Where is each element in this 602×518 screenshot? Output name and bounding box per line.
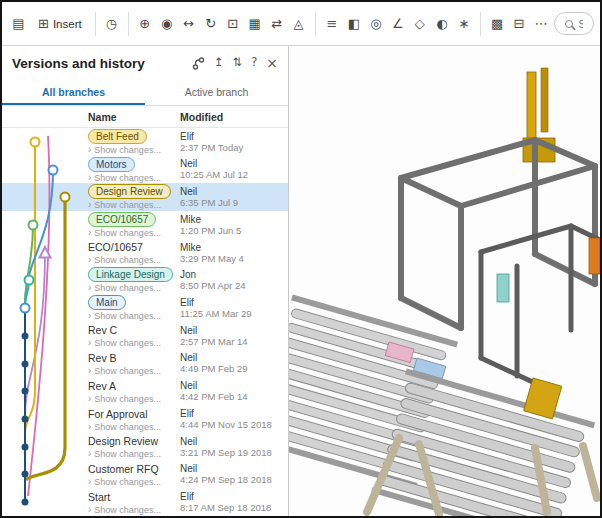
- version-name[interactable]: Design Review: [88, 434, 158, 448]
- search-icon: [565, 20, 573, 28]
- version-name[interactable]: Rev A: [88, 379, 116, 393]
- version-name[interactable]: Main: [88, 295, 126, 310]
- version-row[interactable]: Rev A › Show changes... Neil 4:42 PM Feb…: [2, 377, 288, 405]
- show-changes-link[interactable]: › Show changes...: [88, 283, 180, 293]
- help-icon[interactable]: ?: [251, 57, 257, 69]
- modified-time: 2:57 PM Mar 14: [180, 337, 288, 347]
- version-row[interactable]: Linkage Design › Show changes... Jon 8:5…: [2, 267, 288, 295]
- show-changes-link[interactable]: › Show changes...: [88, 228, 180, 238]
- snap-mode-icon[interactable]: ⊡: [222, 12, 243, 36]
- named-views-icon[interactable]: ◇: [409, 12, 430, 36]
- history-icon[interactable]: ◷: [101, 12, 122, 36]
- version-name[interactable]: For Approval: [88, 407, 148, 421]
- modified-time: 4:42 PM Feb 14: [180, 392, 288, 402]
- 3d-viewport[interactable]: [289, 46, 600, 516]
- show-changes-label: Show changes...: [94, 173, 161, 183]
- search-tools-input[interactable]: [579, 18, 583, 30]
- modified-cell: Neil 4:42 PM Feb 14: [180, 380, 288, 402]
- main-toolbar: ▤ ⊞ Insert ◷ ⊕◉↔↻⊡▦⇄◬ ≡◧◎∠◇◐∗ ▩⊟⋯: [2, 2, 600, 46]
- replicate-icon[interactable]: ⇄: [266, 12, 287, 36]
- version-name[interactable]: Motors: [88, 157, 135, 172]
- modified-time: 4:49 PM Feb 29: [180, 364, 288, 374]
- modified-author: Neil: [180, 436, 288, 447]
- show-changes-link[interactable]: › Show changes...: [88, 449, 180, 459]
- show-changes-link[interactable]: › Show changes...: [88, 200, 180, 210]
- modified-time: 2:37 PM Today: [180, 143, 288, 153]
- modified-time: 4:44 PM Nov 15 2018: [180, 420, 288, 430]
- more-tools-icon[interactable]: ⋯: [531, 12, 552, 36]
- show-changes-link[interactable]: › Show changes...: [88, 145, 180, 155]
- modified-author: Jon: [180, 269, 288, 280]
- version-name-cell: Belt Feed › Show changes...: [88, 129, 180, 155]
- mate-connector-icon[interactable]: ◉: [156, 12, 177, 36]
- version-name[interactable]: ECO/10657: [88, 212, 156, 227]
- show-changes-label: Show changes...: [94, 449, 161, 459]
- version-row[interactable]: Design Review › Show changes... Neil 6:3…: [2, 183, 288, 211]
- tab-active-branch[interactable]: Active branch: [145, 80, 288, 105]
- measure-icon[interactable]: ∠: [387, 12, 408, 36]
- version-row[interactable]: Belt Feed › Show changes... Elif 2:37 PM…: [2, 128, 288, 156]
- version-name[interactable]: ECO/10657: [88, 240, 143, 254]
- version-name-cell: ECO/10657 › Show changes...: [88, 240, 180, 265]
- panel-tabs: All branches Active branch: [2, 80, 288, 106]
- version-row[interactable]: Design Review › Show changes... Neil 3:2…: [2, 433, 288, 461]
- modified-cell: Neil 3:21 PM Sep 19 2018: [180, 436, 288, 458]
- compare-icon[interactable]: ⇅: [233, 57, 243, 69]
- show-changes-link[interactable]: › Show changes...: [88, 505, 180, 515]
- show-changes-link[interactable]: › Show changes...: [88, 338, 180, 348]
- show-changes-link[interactable]: › Show changes...: [88, 477, 180, 487]
- show-changes-link[interactable]: › Show changes...: [88, 366, 180, 376]
- insert-button[interactable]: ⊞ Insert: [31, 14, 89, 33]
- modified-cell: Elif 2:37 PM Today: [180, 131, 288, 153]
- version-row[interactable]: Main › Show changes... Elif 11:25 AM Mar…: [2, 294, 288, 322]
- version-row[interactable]: Start › Show changes... Elif 8:17 AM Sep…: [2, 488, 288, 516]
- show-changes-link[interactable]: › Show changes...: [88, 173, 180, 183]
- bom-icon[interactable]: ≡: [321, 12, 342, 36]
- chevron-right-icon: ›: [88, 145, 91, 155]
- show-changes-link[interactable]: › Show changes...: [88, 422, 180, 432]
- appearance-icon[interactable]: ◎: [365, 12, 386, 36]
- mate-icon[interactable]: ⊕: [134, 12, 155, 36]
- version-name-cell: Motors › Show changes...: [88, 157, 180, 183]
- version-row[interactable]: ECO/10657 › Show changes... Mike 1:20 PM…: [2, 211, 288, 239]
- tab-all-branches[interactable]: All branches: [2, 80, 145, 105]
- version-row[interactable]: Rev C › Show changes... Neil 2:57 PM Mar…: [2, 322, 288, 350]
- version-name[interactable]: Customer RFQ: [88, 462, 159, 476]
- pattern-icon[interactable]: ▦: [244, 12, 265, 36]
- version-row[interactable]: Rev B › Show changes... Neil 4:49 PM Feb…: [2, 350, 288, 378]
- toolbar-left-group: ▤: [8, 12, 29, 36]
- version-name[interactable]: Design Review: [88, 184, 171, 199]
- show-changes-link[interactable]: › Show changes...: [88, 255, 180, 265]
- document-icon[interactable]: ▤: [8, 12, 29, 36]
- version-name[interactable]: Rev B: [88, 351, 117, 365]
- close-icon[interactable]: ×: [266, 56, 278, 70]
- version-row[interactable]: ECO/10657 › Show changes... Mike 3:29 PM…: [2, 239, 288, 267]
- explode-icon[interactable]: ◬: [288, 12, 309, 36]
- restore-icon[interactable]: ↥: [214, 57, 224, 69]
- version-name[interactable]: Rev C: [88, 323, 117, 337]
- version-name-cell: Linkage Design › Show changes...: [88, 267, 180, 293]
- search-tools-box[interactable]: [554, 12, 594, 35]
- version-row[interactable]: Customer RFQ › Show changes... Neil 4:24…: [2, 461, 288, 489]
- modified-author: Neil: [180, 380, 288, 391]
- configurations-icon[interactable]: ∗: [453, 12, 474, 36]
- section-view-icon[interactable]: ◧: [343, 12, 364, 36]
- modified-cell: Elif 8:17 AM Sep 18 2018: [180, 491, 288, 513]
- modified-time: 4:24 PM Sep 18 2018: [180, 475, 288, 485]
- version-name[interactable]: Linkage Design: [88, 267, 173, 282]
- grid-icon[interactable]: ▩: [487, 12, 508, 36]
- show-changes-link[interactable]: › Show changes...: [88, 311, 180, 321]
- move-icon[interactable]: ↔: [178, 12, 199, 36]
- show-changes-link[interactable]: › Show changes...: [88, 394, 180, 404]
- create-branch-icon[interactable]: [192, 57, 205, 70]
- chevron-right-icon: ›: [88, 311, 91, 321]
- drawing-icon[interactable]: ⊟: [509, 12, 530, 36]
- version-name[interactable]: Belt Feed: [88, 129, 147, 144]
- version-row[interactable]: Motors › Show changes... Neil 10:25 AM J…: [2, 156, 288, 184]
- column-headers: Name Modified: [2, 106, 288, 128]
- version-row[interactable]: For Approval › Show changes... Elif 4:44…: [2, 405, 288, 433]
- rotate-icon[interactable]: ↻: [200, 12, 221, 36]
- version-name-cell: Rev B › Show changes...: [88, 351, 180, 376]
- display-options-icon[interactable]: ◐: [431, 12, 452, 36]
- version-name[interactable]: Start: [88, 490, 110, 504]
